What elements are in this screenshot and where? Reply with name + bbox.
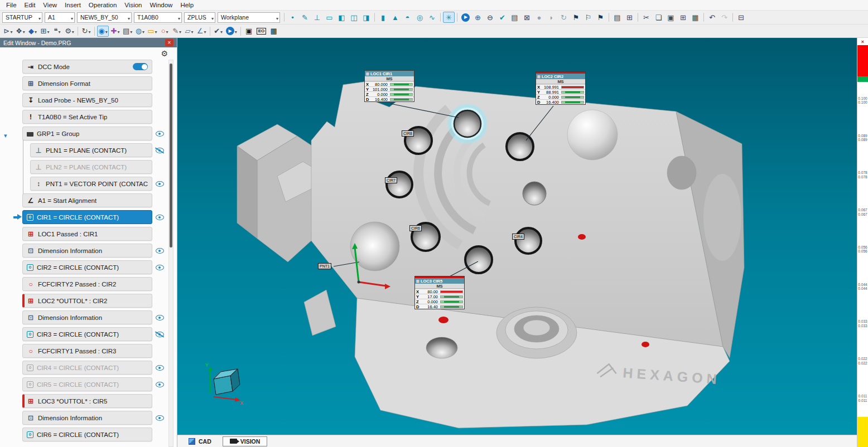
report-grid-icon[interactable]: ⊞ xyxy=(624,12,635,23)
feature-tag[interactable]: CIR4 xyxy=(512,234,524,240)
confirm-icon[interactable]: ✔ xyxy=(213,26,224,37)
edit-window-item[interactable]: LOC1 Passed : CIR1 xyxy=(22,227,152,241)
edit-window-item[interactable]: CIR6 = CIRCLE (CONTACT) xyxy=(22,427,152,441)
menu-item[interactable]: Vision xyxy=(120,1,146,9)
scrollbar-thumb[interactable] xyxy=(170,64,172,247)
curve-feature-icon[interactable]: ∿ xyxy=(426,12,438,23)
cir1-highlighted-circle[interactable] xyxy=(449,105,486,143)
cir3-circle[interactable] xyxy=(523,182,546,205)
round-slot-feature-icon[interactable]: ◫ xyxy=(348,12,360,23)
cir2-circle[interactable] xyxy=(507,133,533,160)
edit-window-item[interactable]: PLN2 = PLANE (CONTACT) xyxy=(30,160,152,174)
copy-icon[interactable]: ❏ xyxy=(653,12,664,23)
edit-window-item[interactable]: Dimension Information xyxy=(22,244,152,257)
sphere-feature-icon[interactable]: ◓ xyxy=(402,12,413,23)
edit-window-item[interactable]: CIR1 = CIRCLE (CONTACT) xyxy=(22,210,152,224)
edit-window-item[interactable]: FCFCIRTY2 Passed : CIR2 xyxy=(22,277,152,291)
edit-window-scrollbar[interactable] xyxy=(168,60,173,447)
edit-window-item[interactable]: CIR3 = CIRCLE (CONTACT) xyxy=(22,327,152,341)
menu-item[interactable]: Edit xyxy=(21,1,40,9)
angle-probe-icon[interactable]: ∠ xyxy=(196,26,208,37)
shaded-view-icon[interactable]: ◉ xyxy=(97,26,109,37)
visibility-eye-icon[interactable] xyxy=(156,215,164,220)
bookmark-outline-icon[interactable]: ⚐ xyxy=(582,12,594,23)
menu-item[interactable]: File xyxy=(2,1,21,9)
feature-tag[interactable]: PNT1 xyxy=(318,263,331,269)
quick-start-icon[interactable]: ❖ xyxy=(15,26,26,37)
pixel-grid-icon[interactable]: ▦ xyxy=(268,26,279,37)
visibility-eye-icon[interactable] xyxy=(156,248,164,254)
cad-viewport[interactable]: HEXAGON Y X xyxy=(177,38,857,435)
execute-mini-icon[interactable]: ▶ xyxy=(225,26,238,37)
edit-window-item[interactable]: PNT1 = VECTOR POINT (CONTAC xyxy=(30,177,152,191)
view-layout-icon[interactable]: ⊞ xyxy=(39,26,51,37)
visibility-eye-icon[interactable] xyxy=(156,332,164,337)
circle-select-icon[interactable]: ○ xyxy=(159,26,171,37)
axes-display-icon[interactable]: ✚ xyxy=(109,26,121,37)
visibility-eye-icon[interactable] xyxy=(156,148,164,153)
edit-window-item[interactable]: CIR2 = CIRCLE (CONTACT) xyxy=(22,260,152,274)
clear-document-icon[interactable]: ⊠ xyxy=(521,12,533,23)
bookmark-alt-icon[interactable]: ⚑ xyxy=(595,12,606,23)
counterbore-feature[interactable] xyxy=(496,307,577,358)
insert-grid-icon[interactable]: ⊞ xyxy=(677,12,689,23)
edit-document-icon[interactable]: ▤ xyxy=(509,12,520,23)
surface-mode-icon[interactable]: ◍ xyxy=(134,26,146,37)
edit-window-item[interactable]: GRP1 = Group xyxy=(22,127,152,140)
close-icon[interactable]: × xyxy=(857,38,868,45)
menu-item[interactable]: Insert xyxy=(61,1,85,9)
bottom-hole[interactable] xyxy=(426,337,457,358)
dome-feature[interactable] xyxy=(567,110,618,160)
dcc-mode-toggle[interactable] xyxy=(133,63,148,70)
edit-window-item[interactable]: CIR4 = CIRCLE (CONTACT) xyxy=(22,361,152,375)
alignment-dropdown[interactable]: STARTUP xyxy=(2,12,42,23)
execute-program-icon[interactable]: ▶ xyxy=(460,12,471,23)
edit-window-item[interactable]: Dimension Format xyxy=(22,76,152,90)
verify-icon[interactable]: ✔ xyxy=(496,12,508,23)
edit-window-item[interactable]: LOC3 *OUTTOL* : CIR5 xyxy=(22,394,152,408)
cut-icon[interactable]: ✂ xyxy=(640,12,652,23)
visibility-eye-icon[interactable] xyxy=(156,315,164,320)
cylinder-feature-icon[interactable]: ▮ xyxy=(377,12,389,23)
edit-window-item[interactable]: Load Probe - NEW5_BY_50 xyxy=(22,93,152,107)
edit-window-item[interactable]: CIR5 = CIRCLE (CONTACT) xyxy=(22,377,152,391)
feature-tag[interactable]: CIR7 xyxy=(385,177,397,183)
slot-feature-icon[interactable]: ◧ xyxy=(336,12,348,23)
report-list-icon[interactable]: ▤ xyxy=(611,12,623,23)
menu-item[interactable]: View xyxy=(39,1,61,9)
visibility-eye-icon[interactable] xyxy=(156,365,164,371)
plane-feature-icon[interactable]: ▭ xyxy=(324,12,335,23)
tab-cad[interactable]: CAD xyxy=(182,437,218,446)
axis-dropdown[interactable]: A1 xyxy=(45,12,75,23)
edit-window-item[interactable]: DCC Mode xyxy=(22,60,152,74)
sphere-view-icon[interactable]: ● xyxy=(533,12,545,23)
view-orientation-cube[interactable]: Y X xyxy=(205,362,243,406)
snapshot-icon[interactable]: ▣ xyxy=(243,26,255,37)
redo-icon[interactable]: ↷ xyxy=(718,12,730,23)
cone-feature[interactable] xyxy=(350,222,399,271)
tab-vision[interactable]: VISION xyxy=(223,436,268,446)
probe-dropdown[interactable]: NEW5_BY_50 xyxy=(77,12,132,23)
edit-window-item[interactable]: PLN1 = PLANE (CONTACT) xyxy=(30,143,152,157)
pattern-grid-icon[interactable]: ▦ xyxy=(689,12,701,23)
edit-window-item[interactable]: LOC2 *OUTTOL* : CIR2 xyxy=(22,294,152,308)
visibility-eye-icon[interactable] xyxy=(156,131,164,137)
paste-icon[interactable]: ▣ xyxy=(665,12,677,23)
menu-item[interactable]: Operation xyxy=(85,1,121,9)
print-icon[interactable]: ⊟ xyxy=(735,12,747,23)
probe-toolbox-icon[interactable]: ◆ xyxy=(27,26,38,37)
box-select-icon[interactable]: ▭ xyxy=(146,26,158,37)
undo-icon[interactable]: ↶ xyxy=(706,12,718,23)
edit-window-item[interactable]: Dimension Information xyxy=(22,310,152,324)
measurement-label-loc1[interactable]: LOC1 CIR1 MS X80.000 Y101.000 Z0.000 D16… xyxy=(364,70,414,102)
visibility-eye-icon[interactable] xyxy=(156,265,164,270)
measurement-label-loc2[interactable]: LOC2 CIR2 MS X108.991 Y88.991 Z0.000 D16… xyxy=(536,71,586,105)
square-slot-feature-icon[interactable]: ◨ xyxy=(360,12,372,23)
visibility-eye-icon[interactable] xyxy=(156,415,164,421)
execute-feature-icon[interactable]: ⊕ xyxy=(472,12,484,23)
cir7-circle[interactable] xyxy=(387,172,412,197)
refresh-icon[interactable]: ↻ xyxy=(558,12,570,23)
measurement-label-loc3[interactable]: LOC3 CIR5 MS X80.00 Y17.00 Z0.000 D16.40 xyxy=(414,276,465,309)
torus-feature-icon[interactable]: ◎ xyxy=(414,12,426,23)
hemisphere-view-icon[interactable]: ◗ xyxy=(546,12,557,23)
